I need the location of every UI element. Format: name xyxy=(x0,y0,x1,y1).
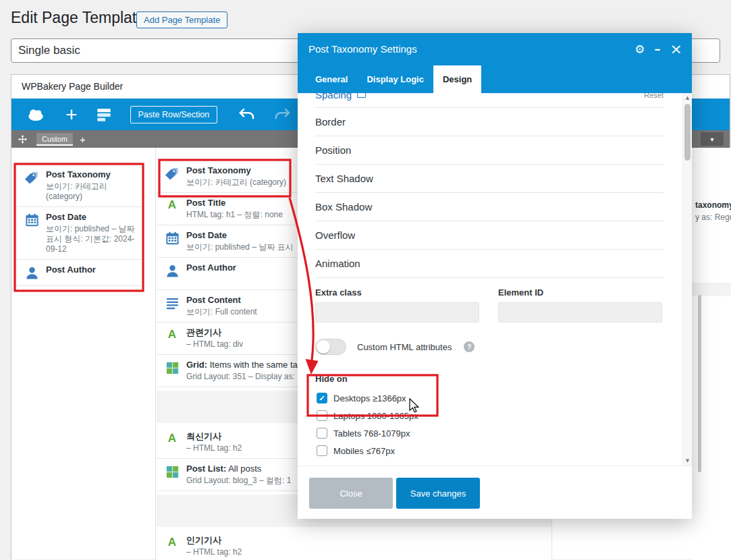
tags-icon xyxy=(23,169,40,186)
left-column-elements: Post Taxonomy보이기: 카테고리 (category)Post Da… xyxy=(16,165,142,286)
list-icon xyxy=(163,295,181,311)
tags-icon xyxy=(163,165,181,181)
spacing-label: Spacing xyxy=(315,93,352,101)
element-text: Post Author xyxy=(46,264,96,275)
option-label: Desktops ≥1366px xyxy=(333,393,406,403)
hide-on-option[interactable]: Laptops 1080-1365px xyxy=(298,407,682,424)
scroll-up-icon[interactable]: ▲ xyxy=(683,93,692,103)
tab-custom[interactable]: Custom xyxy=(36,133,73,146)
caret-down-icon: ▾ xyxy=(710,136,713,143)
post-taxonomy-settings-modal: Post Taxonomy Settings ⚙ – × GeneralDisp… xyxy=(298,33,692,519)
design-section-border[interactable]: Border xyxy=(315,108,664,136)
builder-element[interactable]: A인기기사– HTML tag: h2 xyxy=(157,530,551,560)
element-text: Post Content보이기: Full content xyxy=(186,295,257,317)
option-label: Mobiles ≤767px xyxy=(333,446,395,456)
add-element-icon[interactable]: + xyxy=(65,105,78,125)
spacing-section-clipped[interactable]: Spacing Reset xyxy=(315,93,664,108)
element-text: Post TitleHTML tag: h1 – 정렬: none xyxy=(186,198,283,220)
design-section-box-shadow[interactable]: Box Shadow xyxy=(315,193,664,221)
help-icon[interactable]: ? xyxy=(464,341,475,352)
hide-on-option[interactable]: Tablets 768-1079px xyxy=(298,424,682,442)
element-text: Post Date보이기: published – 날짜 표시 xyxy=(186,230,294,252)
hide-on-option[interactable]: Mobiles ≤767px xyxy=(298,442,682,459)
element-text: Post Taxonomy보이기: 카테고리 (category) xyxy=(186,165,286,188)
design-section-text-shadow[interactable]: Text Shadow xyxy=(315,165,664,193)
design-tab-content: Spacing Reset BorderPositionText ShadowB… xyxy=(298,93,682,466)
element-text: 관련기사– HTML tag: div xyxy=(186,327,243,349)
builder-scrollbar[interactable] xyxy=(698,295,701,472)
add-tab-icon[interactable]: + xyxy=(80,134,86,145)
letter-a-icon: A xyxy=(163,431,181,445)
layout-dropdown-button[interactable]: ▾ xyxy=(701,132,724,146)
extra-class-label: Extra class xyxy=(315,287,479,298)
element-text: 최신기사– HTML tag: h2 xyxy=(186,431,242,453)
element-id-label: Element ID xyxy=(498,287,662,298)
grid-icon xyxy=(163,360,181,376)
minimize-icon[interactable]: – xyxy=(655,33,661,65)
modal-tabs: GeneralDisplay LogicDesign xyxy=(298,65,692,93)
templates-icon[interactable] xyxy=(95,106,113,123)
element-text: Post Date보이기: published – 날짜 표시 형식: 기본값:… xyxy=(46,212,135,254)
element-id-input[interactable] xyxy=(498,302,662,323)
builder-element[interactable]: Post Author xyxy=(16,260,142,286)
element-text: Post Taxonomy보이기: 카테고리 (category) xyxy=(46,169,135,202)
modal-header: Post Taxonomy Settings ⚙ – × xyxy=(298,33,692,65)
grid-icon xyxy=(163,464,181,480)
letter-a-icon: A xyxy=(163,198,181,212)
toggle-knob xyxy=(317,340,330,354)
add-page-template-button[interactable]: Add Page Template xyxy=(136,11,227,28)
fragment-separator xyxy=(692,283,731,296)
custom-html-attributes-label: Custom HTML attributes xyxy=(357,342,452,352)
builder-element[interactable]: Post Date보이기: published – 날짜 표시 형식: 기본값:… xyxy=(16,207,142,260)
option-label: Tablets 768-1079px xyxy=(333,428,410,439)
reset-link[interactable]: Reset xyxy=(644,93,664,99)
redo-icon[interactable] xyxy=(273,105,292,123)
close-icon[interactable]: × xyxy=(670,33,682,65)
element-id-field: Element ID xyxy=(498,287,662,323)
paste-row-section-button[interactable]: Paste Row/Section xyxy=(130,106,218,123)
checkbox-icon[interactable] xyxy=(317,410,327,421)
letter-a-icon: A xyxy=(163,327,181,341)
save-changes-button[interactable]: Save changes xyxy=(396,478,480,509)
tab-display-logic[interactable]: Display Logic xyxy=(357,65,433,93)
modal-scrollbar[interactable]: ▲ ▼ xyxy=(682,93,692,466)
checkbox-checked-icon[interactable]: ✓ xyxy=(317,393,327,403)
element-text: Post Author xyxy=(186,262,236,273)
element-text: Post List: All postsGrid Layout: blog_3 … xyxy=(186,464,291,486)
tab-design[interactable]: Design xyxy=(433,65,481,93)
devices-icon xyxy=(357,93,366,98)
hide-on-option[interactable]: ✓Desktops ≥1366px xyxy=(298,389,682,407)
checkbox-icon[interactable] xyxy=(317,428,327,439)
wpbakery-logo-icon xyxy=(21,104,51,125)
checkbox-icon[interactable] xyxy=(317,445,327,456)
modal-footer: Close Save changes xyxy=(298,466,692,519)
hide-on-options: ✓Desktops ≥1366pxLaptops 1080-1365pxTabl… xyxy=(298,389,682,459)
letter-a-icon: A xyxy=(163,535,181,549)
design-section-overflow[interactable]: Overflow xyxy=(315,221,664,250)
builder-element[interactable]: Post Taxonomy보이기: 카테고리 (category) xyxy=(16,165,142,207)
design-section-animation[interactable]: Animation xyxy=(315,250,664,278)
column-divider xyxy=(155,148,156,560)
element-text: Grid: Items with the same taxoGrid Layou… xyxy=(186,360,306,382)
design-section-position[interactable]: Position xyxy=(315,136,664,165)
move-arrows-icon[interactable] xyxy=(18,134,28,144)
hide-on-label: Hide on xyxy=(298,374,682,384)
scrollbar-thumb[interactable] xyxy=(684,104,691,161)
page-title: Edit Page Template xyxy=(11,9,145,27)
fragment-text-1: taxonomy xyxy=(695,200,731,210)
calendar-icon xyxy=(163,230,181,246)
user-icon xyxy=(23,264,40,281)
modal-title: Post Taxonomy Settings xyxy=(308,43,417,55)
extra-class-field: Extra class xyxy=(315,287,479,323)
undo-icon[interactable] xyxy=(238,105,256,123)
custom-html-attributes-toggle[interactable] xyxy=(315,339,346,355)
scroll-down-icon[interactable]: ▼ xyxy=(683,456,692,466)
tab-general[interactable]: General xyxy=(306,65,357,93)
extra-class-input[interactable] xyxy=(315,302,479,323)
element-text: 인기기사– HTML tag: h2 xyxy=(186,535,242,557)
gear-icon[interactable]: ⚙ xyxy=(634,33,645,65)
close-button[interactable]: Close xyxy=(309,478,393,509)
fragment-text-2: y as: Regula xyxy=(695,213,731,222)
calendar-icon xyxy=(23,212,40,228)
user-icon xyxy=(163,262,181,279)
